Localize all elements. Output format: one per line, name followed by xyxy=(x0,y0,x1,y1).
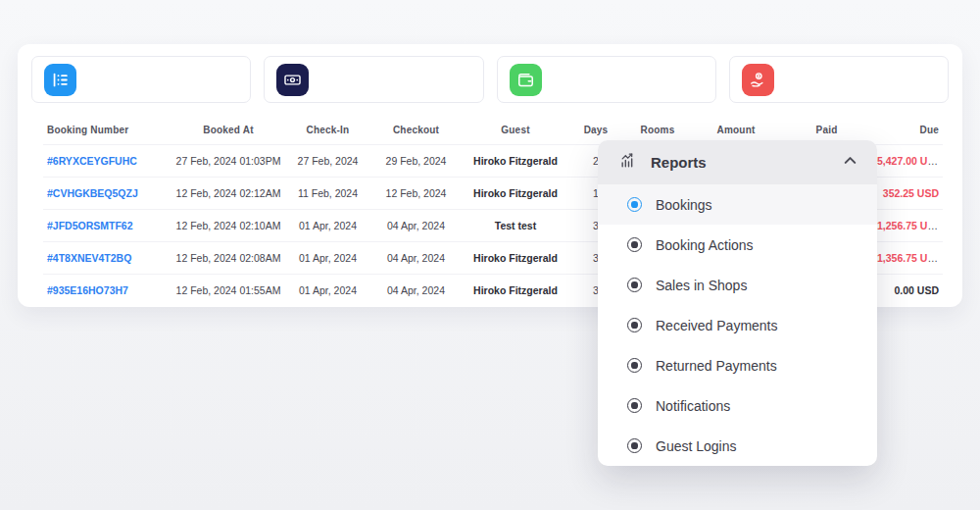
banknote-icon xyxy=(276,64,309,96)
menu-item-label: Bookings xyxy=(656,197,712,213)
booking-number-cell: #CVHGKBEQ5QZJ xyxy=(43,178,171,210)
checkout-cell: 04 Apr, 2024 xyxy=(369,275,463,307)
checkout-cell: 04 Apr, 2024 xyxy=(369,210,463,242)
guest-name: Test test xyxy=(495,220,536,231)
guest-cell: Test test xyxy=(463,210,568,242)
column-header-guest: Guest xyxy=(463,117,568,145)
chevron-up-icon xyxy=(841,151,859,174)
menu-item-label: Guest Logins xyxy=(656,438,737,454)
hand-coin-icon xyxy=(742,64,774,96)
booking-number-link[interactable]: #JFD5ORSMTF62 xyxy=(47,220,133,231)
checkout-cell: 29 Feb, 2024 xyxy=(369,145,463,178)
radio-target-icon xyxy=(627,318,642,332)
menu-item-label: Received Payments xyxy=(656,318,778,333)
check-in-cell: 27 Feb, 2024 xyxy=(286,145,369,178)
column-header-booking-number: Booking Number xyxy=(43,117,171,145)
due-amount: 1,356.75 USD xyxy=(877,252,942,264)
booked-at-cell: 12 Feb, 2024 02:08AM xyxy=(171,242,286,275)
menu-item-label: Notifications xyxy=(656,398,730,414)
menu-item-label: Sales in Shops xyxy=(656,278,747,293)
guest-cell: Hiroko Fitzgerald xyxy=(463,275,568,307)
booking-number-link[interactable]: #935E16HO73H7 xyxy=(47,284,128,296)
due-amount: 0.00 USD xyxy=(894,284,939,296)
check-in-cell: 01 Apr, 2024 xyxy=(286,275,369,307)
list-icon xyxy=(44,64,76,96)
due-amount: 352.25 USD xyxy=(883,187,939,199)
stat-tile-total-amount xyxy=(264,56,483,103)
due-cell: 0.00 USD xyxy=(873,275,943,307)
reports-menu-items: BookingsBooking ActionsSales in ShopsRec… xyxy=(598,184,877,466)
reports-dropdown: Reports BookingsBooking ActionsSales in … xyxy=(598,140,877,466)
stat-tile-total-bookings xyxy=(31,56,251,103)
booked-at-cell: 12 Feb, 2024 02:10AM xyxy=(171,210,286,242)
dashboard-page: Booking NumberBooked AtCheck-InCheckoutG… xyxy=(0,0,980,510)
booked-at-cell: 12 Feb, 2024 02:12AM xyxy=(171,178,286,210)
due-cell: 352.25 USD xyxy=(873,178,943,210)
column-header-due: Due xyxy=(873,117,943,145)
guest-cell: Hiroko Fitzgerald xyxy=(463,145,568,178)
booked-at-cell: 27 Feb, 2024 01:03PM xyxy=(171,145,286,178)
check-in-cell: 01 Apr, 2024 xyxy=(286,210,369,242)
chart-icon xyxy=(619,151,638,174)
due-cell: 1,256.75 USD xyxy=(873,210,943,242)
radio-target-icon xyxy=(627,278,642,292)
column-header-booked-at: Booked At xyxy=(171,117,286,145)
stat-tile-total-due-amount xyxy=(729,56,949,103)
radio-target-icon xyxy=(627,358,642,373)
booking-number-cell: #935E16HO73H7 xyxy=(43,275,171,307)
reports-menu-item-sales-in-shops[interactable]: Sales in Shops xyxy=(598,265,877,305)
guest-cell: Hiroko Fitzgerald xyxy=(463,178,568,210)
menu-item-label: Returned Payments xyxy=(656,358,777,374)
reports-menu-header[interactable]: Reports xyxy=(598,140,877,184)
guest-cell: Hiroko Fitzgerald xyxy=(463,242,568,275)
guest-name: Hiroko Fitzgerald xyxy=(473,284,558,296)
guest-name: Hiroko Fitzgerald xyxy=(473,187,558,199)
booking-number-cell: #6RYXCEYGFUHC xyxy=(43,145,171,178)
reports-menu-title: Reports xyxy=(651,154,841,171)
booked-at-cell: 12 Feb, 2024 01:55AM xyxy=(171,275,286,307)
reports-menu-item-returned-payments[interactable]: Returned Payments xyxy=(598,345,877,385)
reports-menu-item-guest-logins[interactable]: Guest Logins xyxy=(598,426,877,466)
booking-number-cell: #4T8XNEV4T2BQ xyxy=(43,242,171,275)
check-in-cell: 11 Feb, 2024 xyxy=(286,178,369,210)
menu-item-label: Booking Actions xyxy=(656,237,754,253)
column-header-check-in: Check-In xyxy=(286,117,369,145)
guest-name: Hiroko Fitzgerald xyxy=(473,252,558,264)
reports-menu-item-bookings[interactable]: Bookings xyxy=(598,184,877,225)
column-header-checkout: Checkout xyxy=(369,117,463,145)
booking-number-cell: #JFD5ORSMTF62 xyxy=(43,210,171,242)
radio-target-icon xyxy=(627,398,642,413)
radio-target-icon xyxy=(627,237,642,252)
booking-number-link[interactable]: #6RYXCEYGFUHC xyxy=(47,155,137,167)
checkout-cell: 04 Apr, 2024 xyxy=(369,242,463,275)
due-amount: 1,256.75 USD xyxy=(877,220,942,231)
reports-menu-item-received-payments[interactable]: Received Payments xyxy=(598,305,877,345)
checkout-cell: 12 Feb, 2024 xyxy=(369,178,463,210)
stat-tile-total-paid-amount xyxy=(497,56,716,103)
guest-name: Hiroko Fitzgerald xyxy=(473,155,558,167)
due-cell: 5,427.00 USD xyxy=(873,145,943,178)
wallet-icon xyxy=(510,64,542,96)
stats-row xyxy=(18,44,962,109)
check-in-cell: 01 Apr, 2024 xyxy=(286,242,369,275)
reports-menu-item-notifications[interactable]: Notifications xyxy=(598,385,877,426)
reports-menu-item-booking-actions[interactable]: Booking Actions xyxy=(598,225,877,265)
booking-number-link[interactable]: #4T8XNEV4T2BQ xyxy=(47,252,131,264)
due-amount: 5,427.00 USD xyxy=(877,155,942,167)
due-cell: 1,356.75 USD xyxy=(873,242,943,275)
booking-number-link[interactable]: #CVHGKBEQ5QZJ xyxy=(47,187,138,199)
radio-target-icon xyxy=(627,197,642,212)
radio-target-icon xyxy=(627,438,642,453)
